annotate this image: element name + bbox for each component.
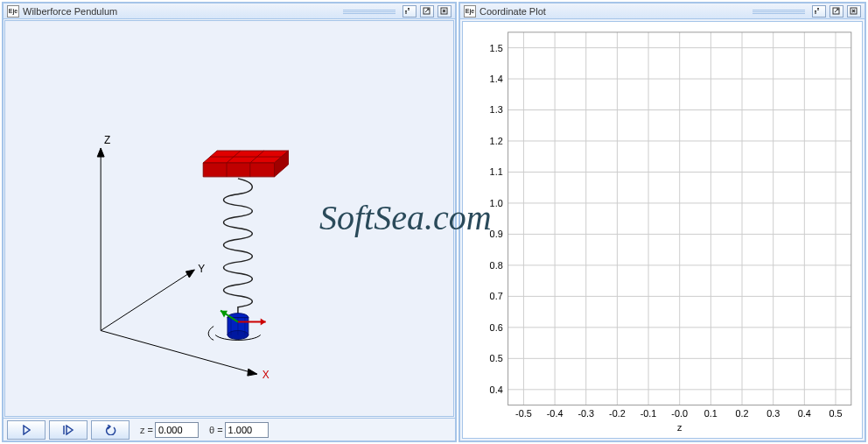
svg-text:0.7: 0.7 [490,291,503,301]
svg-text:1.0: 1.0 [490,198,503,208]
svg-text:0.5: 0.5 [490,353,503,363]
svg-marker-6 [203,163,274,177]
app-icon: Eje [7,5,19,18]
svg-text:0.4: 0.4 [798,408,811,419]
app-icon: Eje [464,5,476,18]
svg-line-3 [101,270,194,330]
svg-text:0.2: 0.2 [735,408,748,419]
close-button[interactable] [438,5,452,18]
svg-text:0.1: 0.1 [704,408,718,419]
svg-text:1.4: 1.4 [490,74,503,84]
svg-text:0.6: 0.6 [490,322,503,333]
svg-text:0.3: 0.3 [766,408,780,419]
svg-rect-23 [850,8,857,14]
plot-window: Eje Coordinate Plot -0.5-0.4-0.3-0.2-0.1… [458,2,866,442]
step-button[interactable] [49,420,88,440]
axis-label-x: X [262,369,270,381]
reset-button[interactable] [91,420,130,440]
pendulum-top-mass [203,151,288,177]
play-button[interactable] [7,420,46,440]
svg-text:z: z [677,422,682,433]
theta-input[interactable] [225,422,269,438]
svg-text:-0.5: -0.5 [515,408,532,419]
drag-handle[interactable] [752,9,805,14]
z-input[interactable] [155,422,199,438]
z-label: z = [140,425,153,435]
svg-text:-0.4: -0.4 [547,408,564,419]
svg-text:1.3: 1.3 [490,104,503,115]
svg-text:0.5: 0.5 [829,408,842,419]
svg-text:-0.2: -0.2 [609,408,626,419]
svg-text:0.4: 0.4 [490,384,503,395]
plot-titlebar[interactable]: Eje Coordinate Plot [460,4,864,19]
z-field-group: z = [140,422,199,438]
svg-rect-0 [424,8,430,14]
svg-text:1.5: 1.5 [490,43,503,53]
coordinate-plot-canvas[interactable]: -0.5-0.4-0.3-0.2-0.1-0.00.10.20.30.40.50… [462,21,863,439]
svg-text:1.1: 1.1 [490,166,503,177]
minimize-button[interactable] [402,5,416,18]
svg-text:0.8: 0.8 [490,260,503,271]
window-title: Coordinate Plot [480,6,749,17]
svg-text:-0.3: -0.3 [578,408,594,419]
drag-handle[interactable] [343,9,396,14]
theta-field-group: θ = [209,422,269,438]
pendulum-window: Eje Wilberforce Pendulum [2,2,457,442]
axis-label-y: Y [198,263,205,275]
pendulum-titlebar[interactable]: Eje Wilberforce Pendulum [4,4,455,19]
axis-label-z: Z [104,134,110,146]
svg-text:1.2: 1.2 [490,136,503,146]
svg-text:-0.1: -0.1 [640,408,657,419]
maximize-button[interactable] [830,5,844,18]
pendulum-toolbar: z = θ = [4,418,455,440]
svg-text:0.9: 0.9 [490,229,503,239]
window-title: Wilberforce Pendulum [23,6,340,17]
svg-rect-22 [833,8,839,14]
svg-text:-0.0: -0.0 [671,408,688,419]
svg-rect-1 [441,8,447,14]
maximize-button[interactable] [420,5,434,18]
pendulum-3d-viewport[interactable]: Z Y X [4,20,454,417]
pendulum-spring [224,179,253,316]
theta-label: θ = [209,425,223,435]
close-button[interactable] [847,5,861,18]
minimize-button[interactable] [812,5,826,18]
